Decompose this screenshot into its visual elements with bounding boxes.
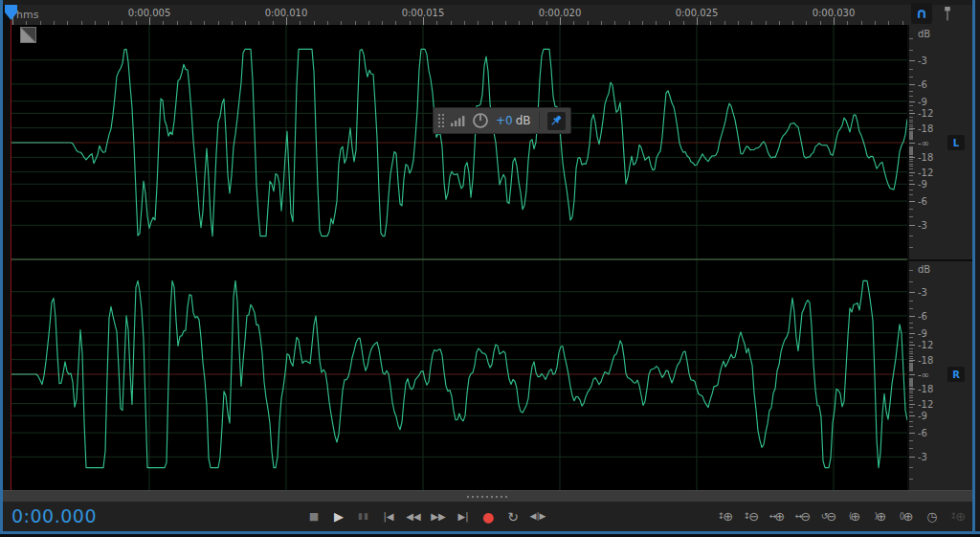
gain-knob-icon[interactable] [472,112,489,129]
waveform-display[interactable]: +0dB [11,25,907,490]
amplitude-scale[interactable]: L R dB-3-3-6-6-9-9-12-12-18-18-∞dB-3-3-6… [909,25,972,490]
scale-tick [909,345,915,346]
scale-tick [909,397,913,398]
scale-tick [909,149,913,150]
hud-gain-value[interactable]: +0 [496,114,513,127]
scale-tick [909,308,913,309]
zoom-to-selection-button[interactable]: ⟨⟩⊕ [896,506,917,527]
zoom-out-time-button[interactable]: ↔⊖ [792,506,813,527]
skip-selection-icon: ◀|▶ [530,512,546,521]
panel-edge-right [975,0,980,537]
zoom-reset-button[interactable]: ◷ [922,506,943,527]
ruler-tick [286,17,287,25]
ruler-label: 0:00.015 [392,8,454,18]
scale-tick [909,361,913,362]
hud-drag-handle-icon[interactable] [438,114,444,127]
skip-to-end-button[interactable]: ▶| [453,506,474,527]
scale-tick [909,389,915,390]
playhead-line [11,20,11,490]
scale-tick [909,150,913,151]
pause-button[interactable]: ▮▮ [353,506,374,527]
scale-tick [909,348,913,349]
scale-tick [909,190,913,190]
scale-tick [909,148,913,149]
stop-button[interactable]: ■ [303,506,324,527]
scale-tick [909,382,913,383]
zoom-in-amplitude-button[interactable]: ↕⊕ [715,506,736,527]
fast-forward-button[interactable]: ▶▶ [428,506,449,527]
scale-tick [909,316,915,317]
zoom-in-time-icon: ⊕ [774,510,785,523]
scale-tick [909,110,913,111]
volume-hud[interactable]: +0dB [433,107,571,134]
scale-tick [909,381,913,382]
scale-tick [909,380,913,381]
zoom-out-full-button[interactable]: ↺⊖ [818,506,839,527]
skip-to-start-icon: |◀ [383,512,393,522]
ruler-label: 0:00.030 [803,8,864,18]
zoom-in-time-button[interactable]: ↔⊕ [767,506,788,527]
scale-tick [909,151,913,152]
scale-tick-label: -12 [918,341,933,350]
zoom-in-at-out-point-button[interactable]: ⟩⊕ [870,506,891,527]
waveform-canvas [11,25,907,490]
scale-tick-label: -18 [918,124,933,134]
scale-tick-label: -18 [918,153,933,163]
scale-tick [909,433,915,434]
ruler-label: 0:00.020 [529,8,590,18]
play-button[interactable]: ▶ [328,506,349,527]
right-channel-badge[interactable]: R [947,367,965,382]
scale-tick-label: -18 [918,356,933,366]
scale-tick [909,383,913,384]
scale-tick-label: -6 [918,429,927,438]
scale-tick [909,281,913,282]
pin-icon[interactable] [942,6,953,23]
scale-tick-label: -3 [918,453,927,462]
zoom-out-amplitude-button[interactable]: ↕⊖ [741,506,762,527]
zoom-navigator-button[interactable]: ↕⊕ [947,506,969,527]
scale-tick-label: -12 [918,168,933,178]
scale-tick [909,157,915,158]
skip-to-start-button[interactable]: |◀ [378,506,399,527]
time-display[interactable]: 0:00.000 [11,505,97,526]
record-button[interactable]: ● [478,506,499,527]
left-channel-badge[interactable]: L [947,135,965,150]
zoom-in-at-in-point-button[interactable]: ⟨⊕ [844,506,865,527]
scale-tick [909,337,913,338]
snap-toggle-button[interactable]: ∩ [911,3,932,24]
scale-tick-label: -18 [918,385,933,394]
scale-tick [909,120,913,121]
zoom-in-at-out-point-icon: ⊕ [876,510,886,523]
ruler-corner: ∩ [909,5,972,25]
fast-forward-icon: ▶▶ [431,512,445,522]
scale-tick [909,378,913,379]
scale-tick [909,156,913,157]
loop-playback-icon: ↻ [507,510,519,524]
zoom-navigator-icon: ⊕ [955,510,966,523]
scale-tick-label: -3 [918,288,927,298]
scale-tick [909,333,915,334]
scale-tick [909,146,913,147]
spectral-split-handle[interactable] [20,27,36,43]
scale-tick-label: -12 [918,400,933,410]
panel-splitter[interactable] [3,490,972,502]
skip-selection-button[interactable]: ◀|▶ [527,506,548,527]
scale-tick [909,386,913,387]
scale-unit-label: dB [918,29,930,39]
scale-tick [909,153,913,154]
scale-tick [909,358,913,359]
scale-tick [909,467,913,468]
ruler-tick [834,17,835,25]
loop-playback-button[interactable]: ↻ [502,506,523,527]
hud-pin-button[interactable] [547,112,566,130]
scale-tick [909,270,913,271]
scale-tick [909,216,913,217]
scale-tick [909,122,913,123]
scale-tick-label: -6 [918,80,927,90]
rewind-button[interactable]: ◀◀ [403,506,424,527]
timeline-ruler[interactable]: 0:00.0050:00.0100:00.0150:00.0200:00.025… [11,5,909,25]
scale-tick [909,69,913,70]
hud-gain-readout[interactable]: +0dB [496,114,531,127]
hud-gain-unit: dB [516,114,531,127]
scale-tick [909,168,913,169]
